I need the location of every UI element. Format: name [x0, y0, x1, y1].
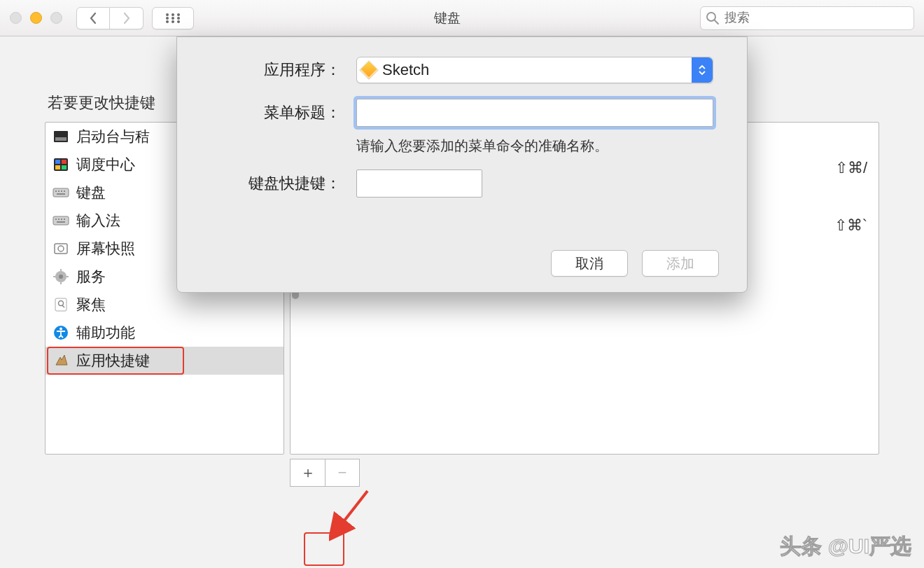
annotation-arrow-icon	[329, 487, 378, 543]
add-button[interactable]: 添加	[642, 250, 719, 277]
sidebar-item-label: 调度中心	[76, 155, 135, 174]
svg-point-4	[172, 17, 174, 20]
app-shortcuts-icon	[52, 352, 69, 369]
input-method-icon	[52, 212, 69, 229]
cancel-button[interactable]: 取消	[551, 250, 628, 277]
watermark: 头条 @UI严选	[780, 532, 911, 561]
shortcut-value: ⇧⌘/	[835, 159, 867, 177]
svg-rect-28	[64, 219, 65, 220]
svg-point-2	[177, 13, 180, 16]
gear-icon	[52, 268, 69, 285]
svg-rect-16	[55, 165, 60, 169]
sidebar-item-label: 应用快捷键	[76, 351, 150, 370]
window-title: 键盘	[194, 9, 700, 27]
menu-title-label: 菜单标题：	[211, 102, 341, 123]
svg-rect-22	[64, 191, 65, 192]
sidebar-item-app-shortcuts[interactable]: 应用快捷键	[46, 347, 284, 375]
svg-point-31	[58, 246, 64, 251]
svg-rect-36	[53, 276, 56, 277]
sidebar-item-spotlight[interactable]: 聚焦	[46, 291, 284, 319]
keyboard-icon	[52, 184, 69, 201]
application-label: 应用程序：	[211, 60, 341, 81]
svg-rect-34	[60, 269, 62, 272]
launchpad-icon	[52, 128, 69, 145]
window-titlebar: 键盘	[0, 0, 924, 36]
svg-rect-23	[57, 193, 65, 195]
screenshot-icon	[52, 240, 69, 257]
search-input[interactable]	[700, 6, 914, 30]
svg-rect-18	[53, 188, 69, 197]
zoom-window[interactable]	[50, 12, 62, 24]
minimize-window[interactable]	[30, 12, 42, 24]
add-remove-buttons: ＋ −	[290, 459, 879, 487]
svg-rect-21	[61, 191, 62, 192]
sidebar-item-accessibility[interactable]: 辅助功能	[46, 319, 284, 347]
svg-rect-37	[66, 276, 69, 277]
sidebar-item-label: 键盘	[76, 183, 106, 202]
svg-line-43	[335, 491, 368, 533]
svg-rect-27	[61, 219, 62, 220]
application-popup[interactable]: Sketch	[356, 57, 713, 83]
nav-buttons	[76, 7, 144, 29]
menu-title-input[interactable]	[356, 99, 713, 127]
menu-title-hint: 请输入您要添加的菜单命令的准确名称。	[356, 137, 713, 155]
close-window[interactable]	[10, 12, 22, 24]
svg-rect-25	[55, 219, 57, 220]
svg-rect-12	[55, 137, 66, 141]
svg-rect-29	[57, 221, 65, 223]
popup-arrows-icon	[692, 57, 713, 83]
svg-point-9	[707, 13, 715, 21]
svg-point-6	[166, 20, 169, 23]
shortcut-value: ⇧⌘`	[834, 216, 867, 235]
sidebar-item-label: 服务	[76, 267, 106, 286]
add-shortcut-button[interactable]: ＋	[290, 459, 325, 487]
svg-point-33	[59, 275, 63, 279]
sidebar-item-label: 聚焦	[76, 295, 106, 314]
search-icon	[706, 11, 720, 29]
add-shortcut-sheet: 应用程序： Sketch 菜单标题： 请输入您要添加的菜单命令的准确名称。 键盘…	[176, 36, 748, 293]
spotlight-icon	[52, 296, 69, 313]
svg-rect-15	[62, 160, 66, 164]
svg-rect-38	[55, 298, 66, 311]
svg-point-3	[166, 17, 169, 20]
remove-shortcut-button[interactable]: −	[325, 459, 360, 487]
annotation-highlight-add	[304, 532, 344, 566]
sidebar-item-label: 启动台与秸	[76, 127, 150, 146]
sidebar-item-label: 输入法	[76, 211, 120, 230]
application-value: Sketch	[382, 61, 429, 79]
svg-point-0	[166, 13, 169, 16]
sketch-icon	[360, 61, 377, 78]
svg-point-42	[59, 328, 62, 331]
svg-rect-14	[55, 160, 60, 164]
forward-button[interactable]	[110, 7, 144, 29]
svg-rect-20	[58, 191, 59, 192]
svg-rect-30	[55, 244, 67, 254]
svg-point-5	[177, 17, 180, 20]
sidebar-item-label: 屏幕快照	[76, 239, 135, 258]
sidebar-item-label: 辅助功能	[76, 323, 135, 342]
svg-point-8	[177, 20, 180, 23]
keyboard-shortcut-label: 键盘快捷键：	[211, 173, 341, 194]
svg-rect-24	[53, 216, 69, 225]
svg-point-7	[172, 20, 174, 23]
svg-rect-17	[62, 165, 66, 169]
back-button[interactable]	[76, 7, 110, 29]
svg-rect-19	[55, 191, 57, 192]
svg-point-1	[172, 13, 174, 16]
keyboard-shortcut-input[interactable]	[356, 169, 482, 198]
search-field-wrap	[700, 6, 914, 30]
accessibility-icon	[52, 324, 69, 341]
mission-control-icon	[52, 156, 69, 173]
all-prefs-button[interactable]	[152, 7, 194, 29]
svg-rect-26	[58, 219, 59, 220]
svg-line-10	[715, 20, 718, 24]
traffic-lights	[10, 12, 62, 24]
svg-rect-35	[60, 282, 62, 284]
